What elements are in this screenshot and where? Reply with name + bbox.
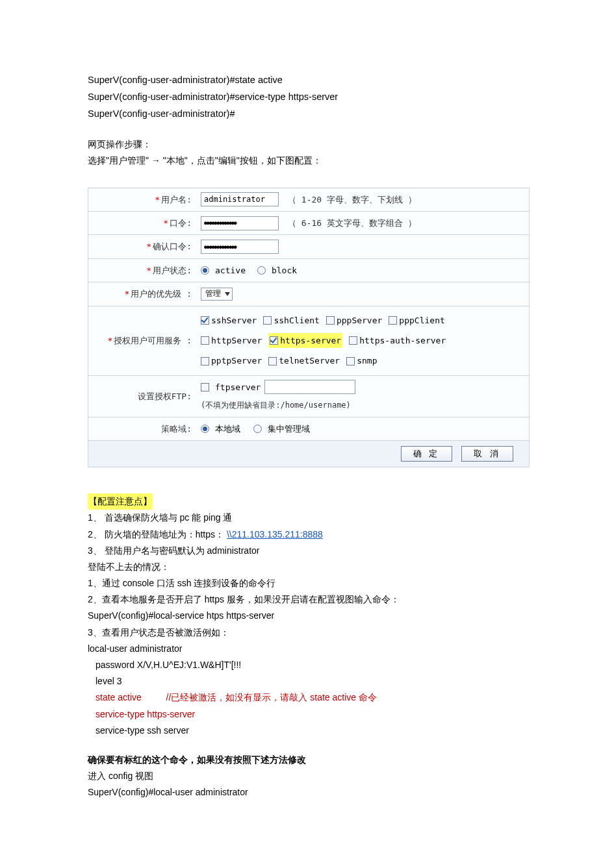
lbl-httpsauth: https-auth-server xyxy=(359,333,446,348)
label-ftp: 设置授权FTP: xyxy=(138,391,192,401)
ok-button[interactable]: 确 定 xyxy=(401,446,453,462)
cli-line-3: SuperV(config-user-administrator)# xyxy=(88,105,530,122)
note-2-text: 2、 防火墙的登陆地址为：https： xyxy=(88,529,224,539)
fail-3: 3、查看用户状态是否被激活例如： xyxy=(88,625,530,641)
button-row: 确 定 取 消 xyxy=(88,440,529,467)
note-1: 1、 首选确保防火墙与 pc 能 ping 通 xyxy=(88,510,530,526)
radio-local-label: 本地域 xyxy=(215,421,240,436)
web-steps-nav: 选择"用户管理" → "本地"，点击"编辑"按钮，如下图配置： xyxy=(88,153,530,169)
lbl-ftpserver: ftpserver xyxy=(215,380,261,395)
row-ftp: 设置授权FTP: ftpserver (不填为使用缺省目录:/home/user… xyxy=(88,375,529,417)
lbl-pptpserver: pptpServer xyxy=(211,353,262,368)
username-hint: （ 1-20 字母、数字、下划线 ） xyxy=(288,192,416,207)
chk-telnetserver[interactable] xyxy=(268,357,277,366)
label-password: 口令: xyxy=(170,218,192,228)
row-username: *用户名: （ 1-20 字母、数字、下划线 ） xyxy=(88,188,529,211)
row-password: *口令: （ 6-16 英文字母、数字组合 ） xyxy=(88,211,529,234)
lbl-pppclient: pppClient xyxy=(399,313,444,328)
nav-part2: "本地"，点击"编辑"按钮，如下图配置： xyxy=(163,155,322,166)
ensure-line: 确保要有标红的这个命令，如果没有按照下述方法修改 xyxy=(88,752,530,768)
lbl-snmp: snmp xyxy=(357,353,377,368)
priority-value: 管理 xyxy=(205,287,221,301)
cli-line-1: SuperV(config-user-administrator)#state … xyxy=(88,71,530,88)
lbl-sshserver: sshServer xyxy=(211,313,257,328)
username-input[interactable] xyxy=(201,192,279,206)
login-fail-title: 登陆不上去的情况： xyxy=(88,559,530,575)
radio-local-domain[interactable] xyxy=(201,425,209,433)
radio-block[interactable] xyxy=(257,266,266,275)
chk-httpserver[interactable] xyxy=(201,336,209,345)
firewall-url-link[interactable]: \\211.103.135.211:8888 xyxy=(227,529,323,539)
lbl-httpserver: httpServer xyxy=(211,333,262,348)
notes-title: 【配置注意点】 xyxy=(88,493,153,510)
arrow-icon: → xyxy=(151,153,160,169)
label-confirm-password: 确认口令: xyxy=(153,242,192,251)
chk-snmp[interactable] xyxy=(346,357,355,366)
row-services: *授权用户可用服务 : sshServer sshClient pppServe… xyxy=(88,306,529,375)
cfg-l1: local-user administrator xyxy=(88,641,530,657)
chk-pppserver[interactable] xyxy=(326,316,335,325)
cfg-l2: password X/V,H.U^EJ:V1.W&H]T'[!!! xyxy=(96,657,241,673)
chk-sshclient[interactable] xyxy=(263,316,272,325)
label-username: 用户名: xyxy=(161,195,192,205)
label-services: 授权用户可用服务 : xyxy=(114,336,192,345)
priority-select[interactable]: 管理 xyxy=(201,288,233,301)
radio-central-domain[interactable] xyxy=(253,425,262,433)
chevron-down-icon xyxy=(225,292,230,296)
chk-httpsauth[interactable] xyxy=(349,336,357,345)
lbl-pppserver: pppServer xyxy=(337,313,382,328)
label-policy: 策略域: xyxy=(161,424,192,434)
label-priority: 用户的优先级 : xyxy=(131,289,192,299)
note-2: 2、 防火墙的登陆地址为：https： \\211.103.135.211:88… xyxy=(88,527,530,543)
chk-pppclient[interactable] xyxy=(389,316,397,325)
user-edit-form: *用户名: （ 1-20 字母、数字、下划线 ） *口令: （ 6-16 英文字… xyxy=(88,188,530,468)
last-cmd: SuperV(config)#local-user administrator xyxy=(88,784,530,800)
password-input[interactable] xyxy=(201,216,279,230)
chk-pptpserver[interactable] xyxy=(201,357,209,366)
ftp-path-input[interactable] xyxy=(264,380,355,394)
fail-2-cmd: SuperV(config)#local-service htps https-… xyxy=(88,608,530,624)
row-user-state: *用户状态: active block xyxy=(88,258,529,282)
fail-1: 1、通过 console 口活 ssh 连接到设备的命令行 xyxy=(88,575,530,591)
lbl-telnetserver: telnetServer xyxy=(279,353,340,368)
chk-httpsserver[interactable] xyxy=(270,336,278,345)
chk-ftpserver[interactable] xyxy=(201,383,209,391)
lbl-sshclient: sshClient xyxy=(274,313,319,328)
radio-active[interactable] xyxy=(201,266,209,275)
chk-sshserver[interactable] xyxy=(201,316,209,325)
fail-2: 2、查看本地服务是否开启了 https 服务，如果没开启请在配置视图输入命令： xyxy=(88,591,530,608)
cfg-l6: service-type ssh server xyxy=(96,723,189,739)
enter-config: 进入 config 视图 xyxy=(88,768,530,784)
web-steps-title: 网页操作步骤： xyxy=(88,136,530,153)
notes-title-wrap: 【配置注意点】 xyxy=(88,493,530,510)
cfg-l4a: state active xyxy=(96,689,142,706)
cfg-l4b: //已经被激活，如没有显示，请敲入 state active 命令 xyxy=(166,692,377,702)
radio-central-label: 集中管理域 xyxy=(268,421,310,436)
ftp-note: (不填为使用缺省目录:/home/username) xyxy=(201,399,524,413)
cancel-button[interactable]: 取 消 xyxy=(461,446,513,462)
cfg-l3: level 3 xyxy=(96,673,122,689)
confirm-password-input[interactable] xyxy=(201,240,279,254)
password-hint: （ 6-16 英文字母、数字组合 ） xyxy=(288,216,416,230)
nav-part1: 选择"用户管理" xyxy=(88,155,149,166)
cli-line-2: SuperV(config-user-administrator)#servic… xyxy=(88,88,530,105)
note-3: 3、 登陆用户名与密码默认为 administrator xyxy=(88,543,530,559)
row-confirm-password: *确认口令: xyxy=(88,234,529,258)
lbl-httpsserver: https-server xyxy=(280,333,341,348)
radio-block-label: block xyxy=(272,263,297,278)
row-priority: *用户的优先级 : 管理 xyxy=(88,282,529,305)
cfg-l5: service-type https-server xyxy=(96,706,195,723)
radio-active-label: active xyxy=(215,263,246,278)
row-policy: 策略域: 本地域 集中管理域 xyxy=(88,417,529,440)
label-user-state: 用户状态: xyxy=(153,266,192,275)
